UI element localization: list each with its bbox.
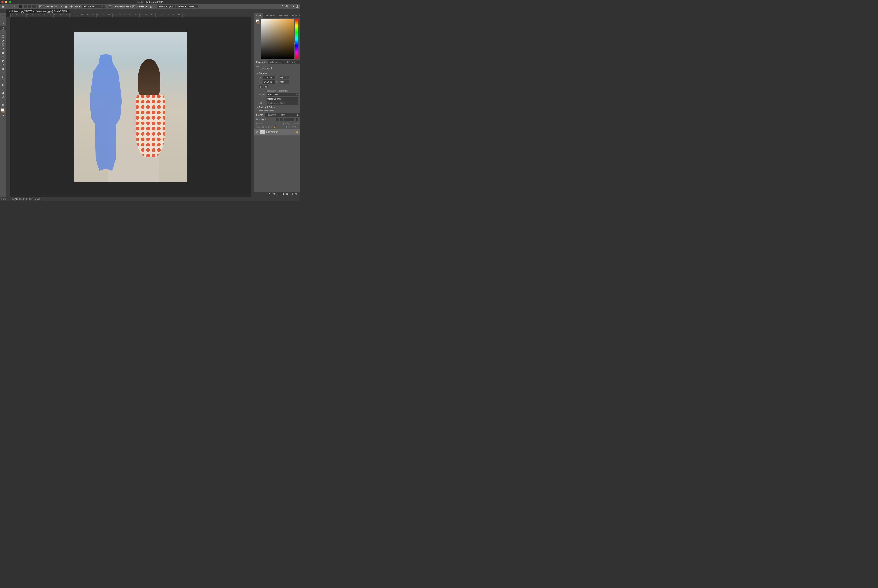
tab-properties[interactable]: Properties (254, 60, 268, 64)
height-input[interactable] (263, 80, 275, 84)
fill-dropdown[interactable]: Background Color▾ (267, 101, 298, 105)
lasso-tool[interactable] (0, 22, 6, 26)
panel-dock-strip[interactable] (251, 14, 254, 196)
move-tool[interactable] (0, 14, 6, 18)
fill-value[interactable]: 100% (291, 126, 296, 128)
tab-layers[interactable]: Layers (254, 113, 265, 117)
rectangle-tool[interactable] (0, 87, 6, 91)
visibility-icon[interactable]: 👁 (256, 131, 259, 133)
share-icon[interactable] (296, 5, 299, 8)
mode-dropdown[interactable]: Rectangle ▾ (83, 5, 105, 8)
settings-icon[interactable] (69, 4, 74, 9)
portrait-orientation-icon[interactable]: ▯ (259, 85, 263, 88)
lock-icon[interactable]: 🔒 (296, 131, 298, 133)
layer-style-icon[interactable]: fx (273, 193, 276, 196)
tab-libraries[interactable]: Libraries (284, 60, 296, 64)
hard-edge-checkbox[interactable] (132, 5, 135, 8)
minimize-window-button[interactable] (5, 1, 7, 3)
blend-mode-dropdown[interactable]: Normal (256, 123, 281, 125)
healing-tool[interactable] (0, 42, 6, 46)
landscape-orientation-icon[interactable]: ▭ (264, 85, 268, 88)
canvas-viewport[interactable] (10, 18, 251, 196)
workspace-icon[interactable]: ▭▾ (291, 5, 294, 8)
dodge-tool[interactable] (0, 71, 6, 75)
x-input[interactable] (279, 76, 289, 79)
canvas-image[interactable] (74, 32, 187, 182)
zoom-tool[interactable] (0, 95, 6, 99)
search-icon[interactable] (286, 5, 289, 8)
marquee-tool[interactable] (0, 18, 6, 22)
layer-filter-icons[interactable] (276, 118, 294, 121)
bit-depth-dropdown[interactable]: 8 Bits/Channel▾ (267, 97, 298, 100)
link-layers-icon[interactable]: ⚭ (268, 193, 272, 196)
lock-position-icon[interactable]: ✥ (268, 126, 269, 128)
lock-artboard-icon[interactable]: ▭ (270, 126, 272, 128)
opacity-value[interactable]: 100% (291, 123, 296, 125)
maximize-window-button[interactable] (9, 1, 11, 3)
document-tab[interactable]: × chris-hardy-_ViDPYQXrdY-unsplash.jpg @… (6, 9, 70, 13)
hand-tool[interactable] (0, 91, 6, 95)
path-selection-tool[interactable] (0, 83, 6, 87)
refresh-icon[interactable] (59, 4, 63, 9)
more-tools-icon[interactable]: ⋯ (0, 99, 6, 103)
foreground-color[interactable] (1, 108, 4, 111)
hue-slider[interactable] (295, 19, 298, 59)
frame-tool[interactable] (0, 34, 6, 39)
blur-tool[interactable] (0, 67, 6, 71)
home-icon[interactable] (1, 4, 5, 9)
group-icon[interactable]: ▣ (286, 193, 290, 196)
tab-adjustments[interactable]: Adjustments (268, 60, 284, 64)
brush-tool[interactable] (0, 46, 6, 51)
zoom-level[interactable]: 50% (2, 198, 6, 200)
pen-tool[interactable] (0, 75, 6, 79)
new-layer-icon[interactable]: ⊞ (291, 193, 294, 196)
feedback-icon[interactable]: ▥ (149, 4, 153, 9)
vertical-ruler[interactable] (6, 18, 10, 196)
edit-toolbar-icon[interactable]: ▦ (0, 103, 6, 107)
close-icon[interactable]: × (9, 10, 10, 12)
lock-pixels-icon[interactable]: ▦ (262, 126, 264, 128)
panel-menu-icon[interactable]: ≡ (296, 113, 300, 117)
eyedropper-tool[interactable] (0, 39, 6, 42)
adjustment-layer-icon[interactable]: ◑ (282, 193, 285, 196)
color-field[interactable] (261, 19, 294, 59)
filter-toggle-icon[interactable] (296, 118, 298, 121)
subtract-selection-icon[interactable] (28, 5, 31, 8)
select-and-mask-button[interactable]: Select and Mask... (176, 5, 198, 8)
cloud-sync-icon[interactable] (281, 5, 284, 8)
eraser-tool[interactable] (0, 58, 6, 63)
quick-mask-icon[interactable] (0, 113, 6, 117)
canvas-section-header[interactable]: Canvas (256, 71, 298, 75)
layer-thumbnail[interactable] (260, 130, 265, 134)
delete-layer-icon[interactable]: 🗑 (295, 193, 298, 196)
tab-gradients[interactable]: Gradients (277, 14, 290, 18)
history-brush-tool[interactable] (0, 55, 6, 58)
close-window-button[interactable] (2, 1, 4, 3)
lock-all-icon[interactable]: 🔒 (273, 126, 276, 128)
new-selection-icon[interactable] (19, 5, 22, 8)
tab-paths[interactable]: Paths (278, 113, 287, 117)
add-selection-icon[interactable] (24, 5, 27, 8)
layer-mask-icon[interactable]: ◐ (277, 193, 281, 196)
panel-menu-icon[interactable]: ≡ (296, 60, 300, 64)
gradient-tool[interactable] (0, 63, 6, 67)
search-icon[interactable]: 🔍 (256, 118, 258, 121)
tab-patterns[interactable]: Patterns (290, 14, 300, 18)
show-overlay-icon[interactable]: ▦ (64, 4, 68, 9)
color-swatches[interactable] (0, 108, 6, 113)
color-mode-dropdown[interactable]: RGB Color▾ (267, 93, 298, 96)
lock-paint-icon[interactable]: ✎ (265, 126, 267, 128)
screen-mode-icon[interactable] (0, 117, 6, 122)
tab-color[interactable]: Color (254, 14, 263, 18)
tab-channels[interactable]: Channels (265, 113, 278, 117)
current-tool-icon[interactable] (9, 4, 13, 9)
canvas-area[interactable]: -202468101214161820222426283032343638404… (6, 14, 251, 196)
sample-all-checkbox[interactable] (109, 5, 111, 8)
y-input[interactable] (279, 80, 289, 84)
type-tool[interactable] (0, 79, 6, 83)
crop-tool[interactable] (0, 30, 6, 34)
width-input[interactable] (263, 76, 275, 79)
clone-stamp-tool[interactable] (0, 51, 6, 55)
horizontal-ruler[interactable]: -202468101214161820222426283032343638404… (10, 14, 251, 18)
select-subject-button[interactable]: Select Subject (157, 5, 175, 8)
